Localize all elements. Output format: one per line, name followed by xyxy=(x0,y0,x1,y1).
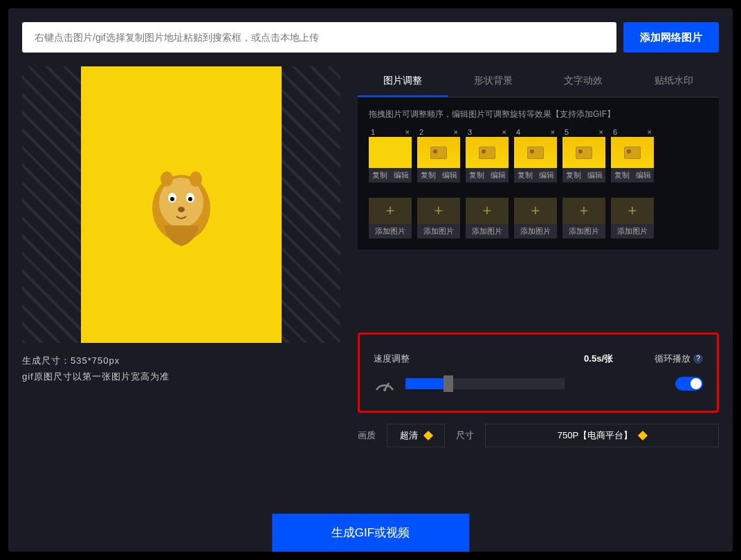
thumb-5[interactable]: 5× 复制编辑 xyxy=(562,127,605,183)
svg-point-10 xyxy=(383,389,386,391)
close-icon[interactable]: × xyxy=(551,128,555,136)
thumb-4[interactable]: 4× 复制编辑 xyxy=(514,127,557,183)
plus-icon: + xyxy=(417,198,460,224)
copy-button[interactable]: 复制 xyxy=(562,168,584,183)
svg-point-4 xyxy=(170,197,174,201)
canvas xyxy=(81,66,282,343)
speed-label: 速度调整 xyxy=(374,353,410,365)
edit-button[interactable]: 编辑 xyxy=(390,168,412,183)
tab-sticker[interactable]: 贴纸水印 xyxy=(629,66,720,97)
copy-button[interactable]: 复制 xyxy=(369,168,390,183)
edit-button[interactable]: 编辑 xyxy=(536,168,557,183)
lion-image xyxy=(143,153,219,256)
copy-button[interactable]: 复制 xyxy=(466,168,487,183)
diamond-icon xyxy=(638,431,648,440)
add-image-slot[interactable]: +添加图片 xyxy=(369,198,412,239)
thumb-2[interactable]: 2× 复制编辑 xyxy=(417,127,460,183)
svg-point-5 xyxy=(188,197,192,201)
tab-image-adjust[interactable]: 图片调整 xyxy=(358,66,448,97)
speed-value: 0.5s/张 xyxy=(584,353,613,365)
generate-button[interactable]: 生成GIF或视频 xyxy=(272,514,469,552)
size-label: 尺寸 xyxy=(456,429,474,442)
size-select[interactable]: 750P【电商平台】 xyxy=(485,424,719,447)
loop-label: 循环播放 xyxy=(655,353,690,365)
edit-button[interactable]: 编辑 xyxy=(487,168,509,183)
thumb-6[interactable]: 6× 复制编辑 xyxy=(611,127,654,183)
gauge-icon xyxy=(374,375,396,393)
close-icon[interactable]: × xyxy=(405,128,410,136)
edit-button[interactable]: 编辑 xyxy=(439,168,460,183)
close-icon[interactable]: × xyxy=(454,128,458,136)
tabs: 图片调整 形状背景 文字动效 贴纸水印 xyxy=(358,66,719,97)
help-icon[interactable]: ? xyxy=(693,354,703,364)
plus-icon: + xyxy=(611,198,654,224)
close-icon[interactable]: × xyxy=(599,128,603,136)
tab-shape-bg[interactable]: 形状背景 xyxy=(448,66,539,97)
add-network-image-button[interactable]: 添加网络图片 xyxy=(623,22,719,53)
preview-area xyxy=(22,66,340,343)
add-image-slot[interactable]: +添加图片 xyxy=(514,198,557,239)
svg-point-6 xyxy=(178,207,185,212)
plus-icon: + xyxy=(562,198,605,224)
panel-hint: 拖拽图片可调整顺序，编辑图片可调整旋转等效果【支持添加GIF】 xyxy=(369,109,708,120)
thumb-3[interactable]: 3× 复制编辑 xyxy=(466,127,509,183)
close-icon[interactable]: × xyxy=(648,128,652,136)
tab-text-anim[interactable]: 文字动效 xyxy=(538,66,629,97)
plus-icon: + xyxy=(514,198,557,224)
edit-button[interactable]: 编辑 xyxy=(632,168,654,183)
add-image-slot[interactable]: +添加图片 xyxy=(562,198,605,239)
output-size-label: 生成尺寸：535*750px xyxy=(22,353,340,368)
add-image-slot[interactable]: +添加图片 xyxy=(611,198,654,239)
copy-button[interactable]: 复制 xyxy=(611,168,632,183)
plus-icon: + xyxy=(369,198,412,224)
add-image-slot[interactable]: +添加图片 xyxy=(417,198,460,239)
url-input[interactable] xyxy=(22,22,616,53)
add-image-slot[interactable]: +添加图片 xyxy=(466,198,509,239)
output-size-note: gif原图尺寸以第一张图片宽高为准 xyxy=(22,368,340,384)
loop-toggle[interactable] xyxy=(675,377,703,391)
svg-point-7 xyxy=(161,171,173,187)
svg-point-8 xyxy=(190,171,202,187)
diamond-icon xyxy=(423,431,433,440)
edit-button[interactable]: 编辑 xyxy=(584,168,605,183)
plus-icon: + xyxy=(466,198,509,224)
copy-button[interactable]: 复制 xyxy=(417,168,439,183)
speed-settings-box: 速度调整 0.5s/张 循环播放 ? xyxy=(358,333,719,413)
quality-select[interactable]: 超清 xyxy=(387,424,445,447)
thumb-1[interactable]: 1× 复制编辑 xyxy=(369,127,412,183)
speed-slider[interactable] xyxy=(405,378,565,389)
close-icon[interactable]: × xyxy=(502,128,506,136)
quality-label: 画质 xyxy=(358,429,376,442)
copy-button[interactable]: 复制 xyxy=(514,168,536,183)
